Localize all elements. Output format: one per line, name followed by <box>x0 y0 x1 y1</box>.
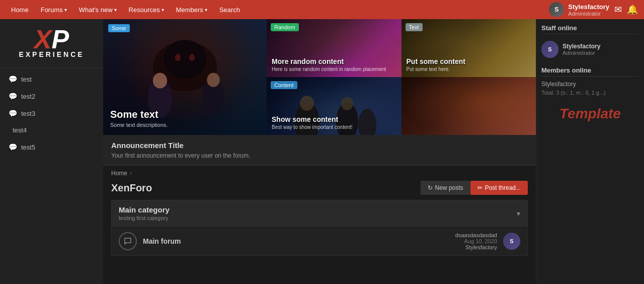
page-layout: X P EXPERIENCE 💬 test 💬 test2 💬 test3 te… <box>0 19 644 284</box>
chevron-down-icon: ▾ <box>205 7 207 13</box>
members-list: Stylesfactory <box>541 81 639 88</box>
badge-text: Text <box>406 23 423 31</box>
svg-point-11 <box>341 97 353 110</box>
nav-search[interactable]: Search <box>214 3 245 17</box>
hero-card-extra <box>401 77 536 135</box>
chat-icon: 💬 <box>9 109 17 117</box>
chat-icon: 💬 <box>9 92 17 100</box>
chevron-down-icon: ▾ <box>162 7 164 13</box>
last-post-by: Stylesfactory <box>455 244 497 250</box>
sidebar-item-label: test3 <box>21 110 35 117</box>
category-header: Main category testing first category ▾ <box>111 200 528 227</box>
sidebar-item-test5[interactable]: 💬 test5 <box>0 138 103 156</box>
nav-whats-new[interactable]: What's new ▾ <box>74 3 122 17</box>
sidebar: X P EXPERIENCE 💬 test 💬 test2 💬 test3 te… <box>0 19 103 284</box>
staff-online-section: Staff online S Stylesfactory Administrat… <box>541 24 639 60</box>
sidebar-item-label: test5 <box>21 144 35 151</box>
forum-row-info: Main forum <box>143 237 449 245</box>
forum-header: XenForo ↻ New posts ✏ Post thread... <box>111 181 528 195</box>
logo-subtitle: EXPERIENCE <box>19 50 84 58</box>
hero-main: Some Some text Some text descriptions. <box>103 19 267 135</box>
sidebar-item-label: test <box>21 76 32 83</box>
sidebar-item-test[interactable]: 💬 test <box>0 70 103 88</box>
sidebar-item-label: test2 <box>21 93 35 100</box>
sidebar-item-test2[interactable]: 💬 test2 <box>0 88 103 105</box>
chevron-down-icon: ▾ <box>114 7 117 13</box>
avatar: S <box>541 41 558 58</box>
staff-name: Stylesfactory <box>562 43 600 50</box>
forum-section: XenForo ↻ New posts ✏ Post thread... Mai… <box>103 181 536 261</box>
hero-card-random: Random More random content Here is some … <box>267 19 401 77</box>
members-online-title: Members online <box>541 66 639 77</box>
sidebar-item-test3[interactable]: 💬 test3 <box>0 105 103 122</box>
svg-point-1 <box>164 40 206 79</box>
category-title: Main category <box>119 205 170 214</box>
last-post-date: Aug 10, 2020 <box>455 238 497 244</box>
mail-icon[interactable]: ✉ <box>614 4 622 15</box>
badge-random: Random <box>271 23 299 31</box>
forum-title: XenForo <box>111 182 152 194</box>
staff-online-title: Staff online <box>541 24 639 34</box>
forum-row: Main forum dsaasdasdasdad Aug 10, 2020 S… <box>111 227 528 256</box>
nav-forums[interactable]: Forums ▾ <box>36 3 72 17</box>
hero-card-text: Text Put some content Put some text here… <box>401 19 536 77</box>
announcement-title: Announcement Title <box>111 141 528 150</box>
chat-icon: 💬 <box>9 75 17 83</box>
staff-avatar: S <box>541 41 558 58</box>
forum-actions: ↻ New posts ✏ Post thread... <box>421 181 528 195</box>
badge-some: Some <box>108 24 130 32</box>
user-role: Administrator <box>568 11 609 17</box>
last-post-user: dsaasdasdasdad <box>455 232 497 238</box>
user-info: S Stylesfactory Administrator <box>549 2 609 17</box>
forum-icon <box>119 232 137 250</box>
breadcrumb-separator: › <box>130 170 132 177</box>
nav-members[interactable]: Members ▾ <box>171 3 212 17</box>
avatar[interactable]: S <box>549 2 564 17</box>
template-watermark: Template <box>541 106 639 122</box>
bell-icon[interactable]: 🔔 <box>627 4 638 15</box>
forum-name[interactable]: Main forum <box>143 237 449 245</box>
breadcrumb-home[interactable]: Home <box>111 170 127 177</box>
nav-resources[interactable]: Resources ▾ <box>124 3 169 17</box>
badge-content: Content <box>271 81 297 89</box>
last-post-avatar: S <box>503 233 520 250</box>
username: Stylesfactory <box>568 3 609 11</box>
nav-home[interactable]: Home <box>6 3 34 17</box>
new-posts-button[interactable]: ↻ New posts <box>421 181 470 195</box>
chat-icon: 💬 <box>9 143 17 151</box>
category-subtitle: testing first category <box>119 215 170 221</box>
hero-main-text: Some text Some text descriptions. <box>110 109 168 128</box>
announcement-text: Your first announcement to every user on… <box>111 152 528 159</box>
chevron-down-icon[interactable]: ▾ <box>517 209 520 218</box>
breadcrumb: Home › <box>103 166 536 181</box>
right-panel: Staff online S Stylesfactory Administrat… <box>536 19 644 284</box>
chevron-down-icon: ▾ <box>64 7 67 13</box>
logo: X P EXPERIENCE <box>0 19 103 66</box>
sidebar-item-test4[interactable]: test4 <box>0 122 103 138</box>
top-navigation: Home Forums ▾ What's new ▾ Resources ▾ M… <box>0 0 644 19</box>
svg-point-5 <box>153 73 167 89</box>
logo-x: X <box>34 24 52 54</box>
svg-point-12 <box>358 109 376 135</box>
divider <box>0 68 103 68</box>
staff-item: S Stylesfactory Administrator <box>541 38 639 60</box>
hero-right: Random More random content Here is some … <box>267 19 536 135</box>
svg-point-2 <box>175 54 181 61</box>
nav-right: S Stylesfactory Administrator ✉ 🔔 <box>549 2 638 17</box>
hero-card-content: Content Show some content Best way to sh… <box>267 77 401 135</box>
main-content: Some Some text Some text descriptions. R… <box>103 19 536 284</box>
sidebar-item-label: test4 <box>13 126 27 134</box>
svg-point-9 <box>300 96 314 111</box>
refresh-icon: ↻ <box>428 184 433 191</box>
nav-links: Home Forums ▾ What's new ▾ Resources ▾ M… <box>6 3 549 17</box>
speech-bubble-icon <box>123 237 132 246</box>
svg-point-3 <box>189 54 195 61</box>
members-total: Total: 3 (s.: 1, m.: 0, 1 g...) <box>541 90 639 96</box>
forum-last-post: dsaasdasdasdad Aug 10, 2020 Stylesfactor… <box>455 232 497 250</box>
edit-icon: ✏ <box>477 184 482 191</box>
members-online-section: Members online Stylesfactory Total: 3 (s… <box>541 66 639 96</box>
hero-card3-text: Show some content Best way to show impor… <box>272 115 353 130</box>
staff-role: Administrator <box>562 50 600 56</box>
post-thread-button[interactable]: ✏ Post thread... <box>470 181 528 195</box>
logo-p: P <box>52 24 69 54</box>
